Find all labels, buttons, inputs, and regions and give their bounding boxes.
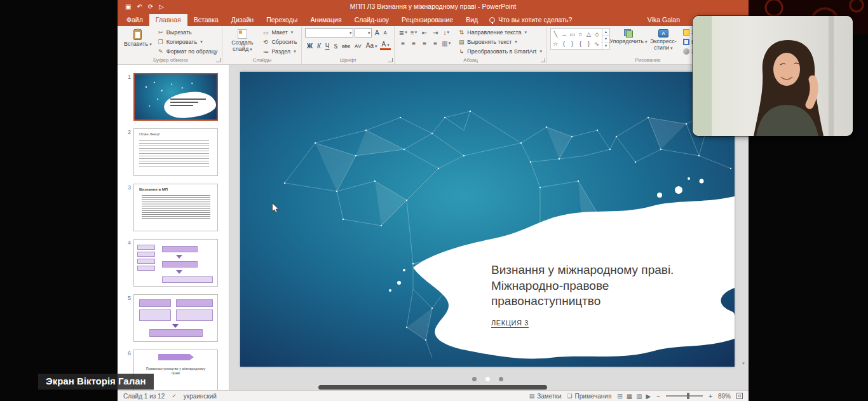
shape-icon[interactable]: ◇ bbox=[595, 31, 599, 37]
thumbnail-image[interactable] bbox=[133, 73, 218, 121]
thumbnail-image[interactable]: Визнання в МП bbox=[133, 184, 218, 231]
save-icon[interactable]: ▣ bbox=[125, 3, 131, 10]
thumbnail-image[interactable] bbox=[133, 294, 218, 342]
nav-dot[interactable] bbox=[499, 377, 503, 381]
nav-dot[interactable] bbox=[472, 377, 477, 381]
tab-review[interactable]: Рецензирование bbox=[395, 14, 459, 26]
shape-icon[interactable]: △ bbox=[587, 31, 591, 37]
new-slide-button[interactable]: Создать слайд bbox=[226, 28, 259, 54]
arrange-button[interactable]: Упорядочить bbox=[612, 28, 645, 46]
quick-styles-button[interactable]: A Экспресс-стили bbox=[647, 28, 680, 53]
grow-font-button[interactable]: А bbox=[373, 29, 381, 37]
shapes-gallery[interactable]: ╲ → ▭ ○ △ ◇ ☆ ( ) { } ∿ bbox=[550, 28, 602, 50]
notes-button[interactable]: ▤ Заметки bbox=[529, 393, 562, 400]
zoom-slider-thumb[interactable] bbox=[687, 393, 689, 399]
slide-thumbnail-1[interactable]: 1 bbox=[123, 73, 229, 121]
account-name[interactable]: Vika Galan bbox=[648, 16, 680, 26]
justify-button[interactable]: ≡ bbox=[430, 39, 440, 48]
change-case-button[interactable]: Аа bbox=[364, 41, 379, 50]
bullets-button[interactable]: ≣ bbox=[398, 28, 408, 37]
section-button[interactable]: ≔ Раздел bbox=[261, 47, 298, 56]
shapes-up-icon[interactable]: ▲ bbox=[602, 29, 609, 36]
layout-button[interactable]: ▭ Макет bbox=[261, 28, 298, 37]
zoom-out-icon[interactable]: − bbox=[656, 393, 660, 400]
strikethrough-button[interactable]: abc bbox=[341, 42, 352, 50]
font-size-combobox[interactable] bbox=[355, 28, 372, 37]
dialog-launcher-icon[interactable] bbox=[541, 58, 545, 62]
normal-view-icon[interactable]: ⊞ bbox=[617, 393, 622, 400]
language-indicator[interactable]: украинский bbox=[184, 393, 217, 400]
scroll-down-icon[interactable]: ▼ bbox=[740, 360, 747, 367]
paste-button[interactable]: Вставить bbox=[122, 28, 154, 49]
shape-icon[interactable]: ∿ bbox=[595, 41, 600, 47]
shape-icon[interactable]: { bbox=[580, 41, 581, 47]
copy-button[interactable]: ❐ Копировать bbox=[156, 37, 219, 46]
zoom-in-icon[interactable]: + bbox=[709, 393, 712, 400]
align-right-button[interactable]: ≡ bbox=[419, 39, 430, 48]
italic-button[interactable]: К bbox=[315, 42, 322, 50]
align-center-button[interactable]: ≡ bbox=[409, 39, 419, 48]
text-direction-button[interactable]: ⇅ Направление текста bbox=[456, 28, 543, 37]
reset-button[interactable]: ⟲ Сбросить bbox=[261, 37, 298, 46]
bold-button[interactable]: Ж bbox=[305, 42, 314, 50]
dialog-launcher-icon[interactable] bbox=[216, 58, 220, 62]
tab-animations[interactable]: Анимация bbox=[304, 14, 348, 26]
tab-home[interactable]: Главная bbox=[149, 14, 187, 26]
slide-thumbnail-4[interactable]: 4 bbox=[123, 239, 229, 287]
font-name-combobox[interactable] bbox=[305, 28, 353, 37]
tab-transitions[interactable]: Переходы bbox=[260, 14, 304, 26]
numbering-button[interactable]: ≡ bbox=[409, 28, 419, 37]
shapes-more-icon[interactable]: ▼ bbox=[602, 43, 609, 49]
nav-dot-active[interactable] bbox=[485, 377, 490, 381]
slide-text-block[interactable]: Визнання у міжнародному праві. Міжнародн… bbox=[491, 262, 714, 327]
tell-me-box[interactable]: Что вы хотите сделать? bbox=[489, 16, 572, 26]
shape-icon[interactable]: ○ bbox=[579, 31, 582, 37]
shape-icon[interactable]: } bbox=[588, 41, 590, 47]
align-text-button[interactable]: ▤ Выровнять текст bbox=[456, 37, 543, 46]
undo-icon[interactable]: ↶ bbox=[137, 3, 142, 10]
convert-smartart-button[interactable]: ↳ Преобразовать в SmartArt bbox=[456, 47, 543, 56]
zoom-level[interactable]: 89% bbox=[718, 393, 731, 400]
format-painter-button[interactable]: ✎ Формат по образцу bbox=[156, 47, 219, 56]
slideshow-view-icon[interactable]: ▶ bbox=[646, 393, 651, 400]
increase-indent-button[interactable]: ⇥ bbox=[430, 28, 440, 37]
reading-view-icon[interactable]: ▥ bbox=[636, 393, 642, 400]
cut-button[interactable]: ✂ Вырезать bbox=[156, 28, 219, 37]
decrease-indent-button[interactable]: ⇤ bbox=[419, 28, 430, 37]
underline-button[interactable]: Ч bbox=[323, 42, 331, 50]
dialog-launcher-icon[interactable] bbox=[388, 58, 393, 62]
thumbnail-image[interactable] bbox=[133, 239, 218, 287]
font-color-button[interactable]: А bbox=[380, 41, 391, 50]
start-slideshow-icon[interactable]: ▷ bbox=[159, 3, 164, 10]
slide-thumbnail-2[interactable]: 2 План Лекції bbox=[123, 128, 229, 176]
align-left-button[interactable]: ≡ bbox=[398, 39, 408, 48]
tab-design[interactable]: Дизайн bbox=[225, 14, 260, 26]
tab-file[interactable]: Файл bbox=[120, 14, 149, 26]
shape-icon[interactable]: → bbox=[561, 31, 567, 37]
webcam-tile[interactable] bbox=[693, 16, 853, 136]
tab-slideshow[interactable]: Слайд-шоу bbox=[348, 14, 395, 26]
shape-icon[interactable]: ☆ bbox=[553, 41, 558, 47]
shrink-font-button[interactable]: А bbox=[382, 29, 388, 37]
thumbnail-image[interactable]: План Лекції bbox=[133, 128, 218, 176]
horizontal-scrollbar[interactable] bbox=[318, 385, 547, 390]
character-spacing-button[interactable]: АV bbox=[353, 42, 363, 50]
slide-thumbnail-5[interactable]: 5 bbox=[123, 294, 229, 342]
shape-icon[interactable]: ╲ bbox=[554, 31, 557, 37]
shape-icon[interactable]: ▭ bbox=[569, 31, 575, 37]
slide-thumbnail-3[interactable]: 3 Визнання в МП bbox=[123, 184, 229, 231]
tab-insert[interactable]: Вставка bbox=[187, 14, 225, 26]
slide-sorter-view-icon[interactable]: ▦ bbox=[627, 393, 632, 400]
fit-to-window-icon[interactable] bbox=[736, 393, 743, 399]
zoom-slider[interactable] bbox=[666, 395, 703, 397]
shapes-down-icon[interactable]: ▼ bbox=[602, 36, 609, 43]
redo-icon[interactable]: ⟳ bbox=[148, 3, 153, 10]
line-spacing-button[interactable]: ↕ bbox=[441, 28, 451, 37]
tab-view[interactable]: Вид bbox=[459, 14, 484, 26]
comments-button[interactable]: ❏ Примечания bbox=[567, 393, 611, 400]
shape-icon[interactable]: ) bbox=[571, 41, 573, 47]
spell-check-icon[interactable]: ✓ bbox=[172, 393, 177, 399]
slide-canvas[interactable]: Визнання у міжнародному праві. Міжнародн… bbox=[240, 72, 735, 367]
shape-icon[interactable]: ( bbox=[563, 41, 565, 47]
columns-button[interactable]: ▥ bbox=[441, 39, 451, 48]
